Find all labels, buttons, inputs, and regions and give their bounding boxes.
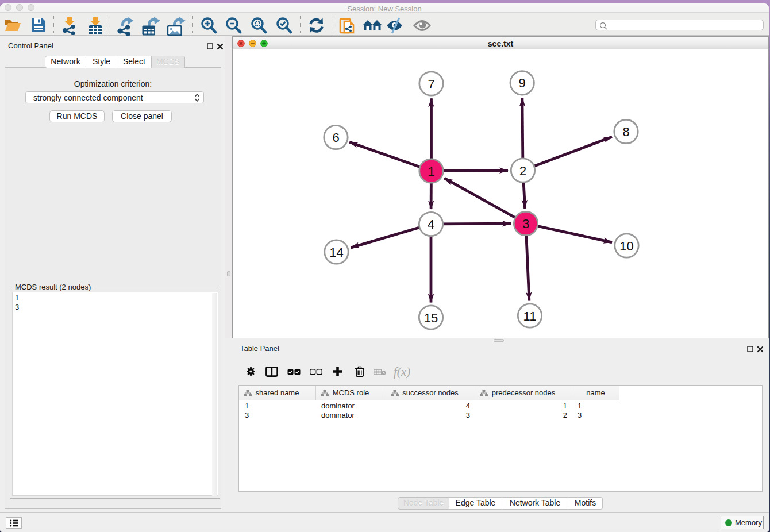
svg-text:14: 14 bbox=[329, 245, 343, 260]
svg-text:9: 9 bbox=[519, 76, 526, 90]
svg-text:11: 11 bbox=[523, 309, 537, 323]
svg-text:10: 10 bbox=[619, 239, 633, 253]
svg-text:8: 8 bbox=[622, 125, 629, 139]
svg-text:7: 7 bbox=[428, 77, 434, 91]
svg-text:3: 3 bbox=[522, 217, 529, 231]
svg-text:6: 6 bbox=[332, 130, 339, 145]
svg-text:4: 4 bbox=[428, 217, 434, 232]
svg-text:1: 1 bbox=[428, 164, 434, 179]
svg-text:15: 15 bbox=[424, 311, 438, 325]
svg-text:2: 2 bbox=[519, 164, 526, 178]
